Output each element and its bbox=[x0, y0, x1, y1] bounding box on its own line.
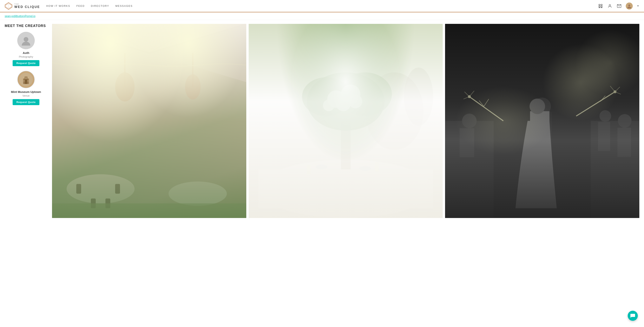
svg-line-68 bbox=[464, 92, 469, 97]
svg-rect-40 bbox=[52, 203, 246, 218]
dropdown-arrow-icon[interactable] bbox=[636, 3, 639, 9]
user-email[interactable]: sean+editbutton@smpl.io bbox=[5, 14, 36, 18]
svg-point-54 bbox=[323, 99, 334, 111]
svg-line-72 bbox=[479, 100, 484, 106]
svg-point-74 bbox=[614, 90, 616, 93]
svg-line-77 bbox=[615, 92, 621, 94]
svg-rect-38 bbox=[91, 199, 96, 208]
user-bar: sean+editbutton@smpl.io bbox=[0, 12, 644, 20]
photo-floral-image bbox=[249, 24, 443, 218]
nav-link-messages[interactable]: MESSAGES bbox=[115, 4, 132, 7]
svg-rect-9 bbox=[599, 7, 600, 8]
svg-point-81 bbox=[618, 114, 632, 128]
svg-rect-5 bbox=[599, 4, 600, 5]
svg-point-50 bbox=[327, 90, 345, 108]
logo-the-label: THE bbox=[14, 3, 40, 5]
svg-rect-21 bbox=[24, 80, 25, 82]
photo-grid bbox=[52, 24, 639, 218]
svg-rect-37 bbox=[115, 184, 120, 194]
grid-icon[interactable] bbox=[598, 3, 603, 9]
svg-rect-62 bbox=[535, 111, 552, 169]
svg-marker-24 bbox=[52, 24, 149, 82]
svg-rect-20 bbox=[25, 77, 27, 79]
svg-point-67 bbox=[468, 95, 471, 98]
logo-link[interactable]: THE WED CLIQUE bbox=[5, 2, 40, 10]
svg-point-57 bbox=[316, 164, 327, 169]
svg-point-34 bbox=[66, 174, 134, 203]
svg-rect-64 bbox=[530, 111, 550, 135]
creator-avatar-auth bbox=[17, 32, 35, 49]
svg-rect-56 bbox=[375, 162, 379, 172]
nav-link-directory[interactable]: DIRECTORY bbox=[91, 4, 109, 7]
svg-rect-6 bbox=[601, 4, 602, 5]
svg-point-52 bbox=[336, 97, 350, 111]
svg-point-42 bbox=[365, 72, 423, 150]
svg-point-14 bbox=[628, 4, 630, 6]
svg-point-16 bbox=[24, 37, 28, 42]
creator-avatar-mint-museum bbox=[17, 71, 35, 88]
svg-rect-46 bbox=[341, 121, 350, 169]
user-icon[interactable] bbox=[607, 3, 612, 9]
photo-item-floral[interactable] bbox=[249, 24, 443, 218]
creator-card-auth: Auth Photography Request Quote bbox=[5, 32, 47, 66]
nav-link-how-it-works[interactable]: HOW IT WORKS bbox=[46, 4, 70, 7]
svg-line-78 bbox=[600, 96, 606, 101]
svg-rect-10 bbox=[601, 7, 602, 8]
svg-rect-7 bbox=[599, 6, 600, 7]
creator-name-mint-museum: Mint Museum Uptown bbox=[11, 90, 41, 93]
request-quote-mint-museum-button[interactable]: Request Quote bbox=[12, 99, 40, 105]
photo-item-sparkler[interactable] bbox=[445, 24, 639, 218]
svg-point-63 bbox=[534, 98, 551, 115]
nav-links: HOW IT WORKS FEED DIRECTORY MESSAGES bbox=[46, 4, 598, 7]
user-avatar[interactable] bbox=[626, 2, 633, 9]
photo-sparkler-image bbox=[445, 24, 639, 218]
svg-line-73 bbox=[576, 92, 615, 116]
chat-fab-button[interactable] bbox=[628, 311, 638, 321]
creator-role-auth: Photography bbox=[19, 55, 33, 58]
svg-point-11 bbox=[609, 4, 610, 6]
photo-item-tent[interactable] bbox=[52, 24, 246, 218]
creator-card-mint-museum: Mint Museum Uptown Venue Request Quote bbox=[5, 71, 47, 105]
creator-name-auth: Auth bbox=[23, 51, 29, 54]
svg-marker-25 bbox=[149, 24, 246, 82]
svg-rect-82 bbox=[460, 128, 474, 157]
svg-point-65 bbox=[530, 98, 545, 114]
svg-point-47 bbox=[307, 72, 384, 131]
svg-rect-60 bbox=[445, 121, 494, 218]
svg-rect-22 bbox=[27, 80, 28, 82]
svg-point-44 bbox=[258, 160, 433, 218]
svg-point-58 bbox=[359, 166, 371, 171]
svg-point-53 bbox=[348, 95, 362, 108]
photo-tent-image bbox=[52, 24, 246, 218]
svg-line-27 bbox=[149, 24, 246, 53]
svg-rect-39 bbox=[106, 199, 110, 208]
logo-diamond-icon bbox=[5, 2, 12, 10]
logo-wed-clique-label: WED CLIQUE bbox=[14, 5, 40, 9]
svg-line-29 bbox=[149, 24, 198, 53]
svg-line-69 bbox=[469, 91, 474, 97]
logo-text: THE WED CLIQUE bbox=[14, 3, 40, 8]
svg-point-79 bbox=[462, 114, 477, 128]
svg-line-75 bbox=[615, 87, 620, 92]
sidebar: MEET THE CREATORS Auth Photography Reque… bbox=[5, 24, 47, 218]
svg-point-51 bbox=[341, 85, 360, 104]
svg-line-71 bbox=[484, 99, 489, 106]
svg-rect-55 bbox=[307, 164, 311, 174]
svg-rect-61 bbox=[591, 121, 639, 218]
svg-rect-84 bbox=[618, 128, 631, 157]
svg-marker-15 bbox=[637, 5, 639, 6]
svg-marker-23 bbox=[52, 24, 246, 82]
svg-point-49 bbox=[338, 72, 392, 116]
svg-rect-41 bbox=[249, 24, 443, 218]
svg-point-43 bbox=[404, 67, 433, 126]
svg-rect-8 bbox=[601, 6, 602, 7]
navbar: THE WED CLIQUE HOW IT WORKS FEED DIRECTO… bbox=[0, 0, 644, 12]
svg-line-28 bbox=[100, 24, 149, 53]
mail-icon[interactable] bbox=[616, 3, 622, 9]
svg-rect-45 bbox=[258, 170, 433, 208]
nav-link-feed[interactable]: FEED bbox=[76, 4, 85, 7]
request-quote-auth-button[interactable]: Request Quote bbox=[12, 60, 40, 66]
svg-point-31 bbox=[115, 72, 134, 101]
main-content: MEET THE CREATORS Auth Photography Reque… bbox=[0, 20, 644, 222]
svg-point-35 bbox=[168, 182, 227, 206]
